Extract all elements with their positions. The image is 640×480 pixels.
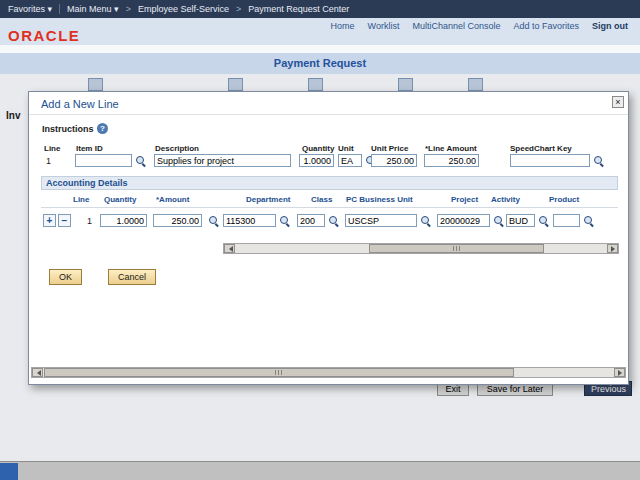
link-home[interactable]: Home xyxy=(331,21,355,31)
page-title-bar: Payment Request xyxy=(0,53,640,74)
chevron-down-icon: ▾ xyxy=(114,4,119,14)
link-multichannel-console[interactable]: MultiChannel Console xyxy=(412,21,500,31)
unit-price-input[interactable] xyxy=(371,154,417,167)
row-department-input[interactable] xyxy=(223,214,276,227)
quantity-label: Quantity xyxy=(302,144,334,153)
bottom-bar xyxy=(0,461,640,480)
scrollbar-grip xyxy=(453,246,461,251)
add-row-button[interactable]: + xyxy=(43,214,56,227)
unit-label: Unit xyxy=(338,144,354,153)
help-icon[interactable]: ? xyxy=(97,123,108,134)
activity-lookup-icon[interactable] xyxy=(538,215,550,227)
col-class: Class xyxy=(311,195,332,204)
scroll-right-arrow[interactable] xyxy=(607,244,618,253)
dialog-horizontal-scrollbar[interactable] xyxy=(31,367,626,378)
ok-button[interactable]: OK xyxy=(49,269,82,285)
line-amount-input[interactable] xyxy=(424,154,479,167)
chevron-down-icon: ▾ xyxy=(48,4,53,14)
menu-divider xyxy=(59,4,60,14)
col-amount: *Amount xyxy=(156,195,189,204)
close-icon[interactable]: × xyxy=(612,96,624,108)
breadcrumb-payment-request-center[interactable]: Payment Request Center xyxy=(248,4,349,14)
wizard-step-box xyxy=(468,78,483,91)
main-menu[interactable]: Main Menu ▾ xyxy=(67,4,119,14)
grid-header-divider xyxy=(41,207,618,208)
breadcrumb-separator: > xyxy=(126,4,131,14)
description-label: Description xyxy=(155,144,199,153)
dialog-scrollbar-thumb[interactable] xyxy=(44,368,514,377)
account-lookup-icon[interactable] xyxy=(208,215,220,227)
row-class-input[interactable] xyxy=(297,214,325,227)
accounting-details-header: Accounting Details xyxy=(41,176,618,190)
row-product-input[interactable] xyxy=(553,214,580,227)
col-project: Project xyxy=(451,195,478,204)
instructions-label: Instructions xyxy=(42,124,94,134)
accounting-details-title: Accounting Details xyxy=(42,177,617,188)
grid-horizontal-scrollbar[interactable] xyxy=(223,243,619,254)
scroll-left-arrow[interactable] xyxy=(224,244,235,253)
link-sign-out[interactable]: Sign out xyxy=(592,21,628,31)
col-product: Product xyxy=(549,195,579,204)
product-lookup-icon[interactable] xyxy=(583,215,595,227)
banner-bar: ORACLE Home Worklist MultiChannel Consol… xyxy=(0,18,640,45)
col-activity: Activity xyxy=(491,195,520,204)
breadcrumb-separator: > xyxy=(236,4,241,14)
background-partial-text: Inv xyxy=(6,110,20,121)
row-activity-input[interactable] xyxy=(506,214,535,227)
top-menu-bar: Favorites ▾ Main Menu ▾ > Employee Self-… xyxy=(0,0,640,18)
breadcrumb-employee-self-service[interactable]: Employee Self-Service xyxy=(138,4,229,14)
col-quantity: Quantity xyxy=(104,195,136,204)
row-quantity-input[interactable] xyxy=(100,214,147,227)
speedchart-lookup-icon[interactable] xyxy=(593,155,605,167)
bottom-left-square xyxy=(0,463,18,480)
pc-business-unit-lookup-icon[interactable] xyxy=(420,215,432,227)
row-line-value: 1 xyxy=(87,216,92,226)
col-pc-business-unit: PC Business Unit xyxy=(346,195,413,204)
dialog-title: Add a New Line xyxy=(41,98,119,110)
cancel-button[interactable]: Cancel xyxy=(108,269,156,285)
unit-input[interactable] xyxy=(338,154,362,167)
wizard-step-box xyxy=(308,78,323,91)
add-new-line-dialog: Add a New Line × Instructions ? Line Ite… xyxy=(28,91,629,385)
item-id-lookup-icon[interactable] xyxy=(135,155,147,167)
scrollbar-grip xyxy=(275,370,283,375)
application-window: Favorites ▾ Main Menu ▾ > Employee Self-… xyxy=(0,0,640,480)
col-department: Department xyxy=(246,195,290,204)
wizard-step-box xyxy=(88,78,103,91)
item-id-input[interactable] xyxy=(75,154,132,167)
department-lookup-icon[interactable] xyxy=(279,215,291,227)
scroll-right-arrow[interactable] xyxy=(614,368,625,377)
row-pc-business-unit-input[interactable] xyxy=(345,214,417,227)
row-amount-input[interactable] xyxy=(153,214,202,227)
line-number-value: 1 xyxy=(46,156,51,166)
project-lookup-icon[interactable] xyxy=(493,215,505,227)
banner-gap xyxy=(0,45,640,53)
description-input[interactable] xyxy=(154,154,291,167)
oracle-logo: ORACLE xyxy=(8,27,80,44)
line-label: Line xyxy=(44,144,60,153)
col-line: Line xyxy=(73,195,89,204)
scroll-left-arrow[interactable] xyxy=(32,368,43,377)
remove-row-button[interactable]: − xyxy=(58,214,71,227)
speedchart-key-input[interactable] xyxy=(510,154,590,167)
grid-scrollbar-thumb[interactable] xyxy=(369,244,544,253)
class-lookup-icon[interactable] xyxy=(328,215,340,227)
unit-price-label: Unit Price xyxy=(371,144,408,153)
favorites-menu[interactable]: Favorites ▾ xyxy=(8,4,52,14)
link-add-to-favorites[interactable]: Add to Favorites xyxy=(513,21,579,31)
speedchart-key-label: SpeedChart Key xyxy=(510,144,572,153)
wizard-step-box xyxy=(228,78,243,91)
quantity-input[interactable] xyxy=(299,154,334,167)
item-id-label: Item ID xyxy=(76,144,103,153)
page-title: Payment Request xyxy=(274,57,366,69)
wizard-step-box xyxy=(398,78,413,91)
banner-links: Home Worklist MultiChannel Console Add t… xyxy=(331,21,628,31)
line-amount-label: *Line Amount xyxy=(425,144,477,153)
row-project-input[interactable] xyxy=(437,214,490,227)
link-worklist[interactable]: Worklist xyxy=(368,21,400,31)
dialog-header-divider xyxy=(29,114,628,115)
